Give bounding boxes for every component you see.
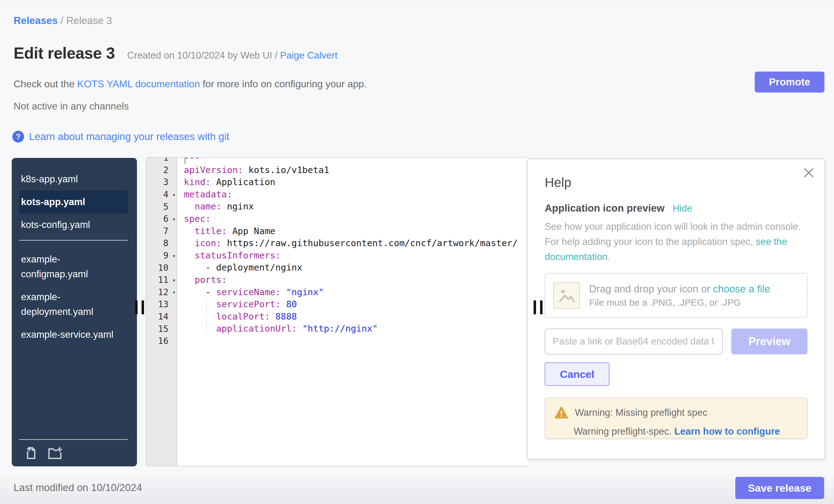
code-text: metadata: — [176, 189, 232, 201]
line-number: 3 — [146, 177, 176, 187]
icon-url-input[interactable] — [545, 328, 723, 354]
configure-link[interactable]: Learn how to configure — [674, 426, 780, 437]
warning-title: Warning: Missing preflight spec — [575, 407, 707, 418]
file-item-kots-config.yaml[interactable]: kots-config.yaml — [19, 214, 128, 236]
icon-preview-title: Application icon preview — [545, 202, 665, 214]
hide-link[interactable]: Hide — [673, 203, 693, 214]
file-group-2: example-configmap.yamlexample-deployment… — [12, 248, 137, 346]
code-line-10: 10 - deployment/nginx — [146, 262, 528, 274]
add-folder-icon[interactable] — [47, 445, 63, 460]
file-item-label: example-configmap.yaml — [21, 254, 88, 280]
file-item-label: example-service.yaml — [21, 329, 113, 340]
code-text: statusInformers: — [176, 249, 281, 262]
page-title: Edit release 3 — [14, 44, 115, 62]
file-item-kots-app.yaml[interactable]: kots-app.yaml — [19, 191, 128, 214]
breadcrumb-releases-link[interactable]: Releases — [14, 15, 58, 26]
code-line-15: 15 applicationUrl: "http://nginx" — [146, 323, 528, 335]
file-tree-sidebar: k8s-app.yamlkots-app.yamlkots-config.yam… — [12, 158, 137, 466]
help-title: Help — [545, 175, 808, 190]
fold-arrow-icon[interactable]: ▾ — [172, 191, 176, 198]
line-number: 6▾ — [146, 214, 176, 224]
kots-yaml-doc-link[interactable]: KOTS YAML documentation — [77, 78, 200, 89]
code-text: - serviceName: "nginx" — [176, 286, 324, 299]
file-item-example-configmap.yaml[interactable]: example-configmap.yaml — [19, 248, 128, 286]
help-resize-handle[interactable] — [533, 301, 543, 314]
created-info: Created on 10/10/2024 by Web UI / Paige … — [127, 50, 337, 61]
doc-prefix: Check out the — [14, 78, 77, 89]
editor-cursor — [184, 158, 185, 164]
file-item-example-service.yaml[interactable]: example-service.yaml — [19, 323, 128, 346]
footer-bar: Last modified on 10/10/2024 Save release — [0, 472, 834, 504]
code-text: name: nginx — [176, 200, 254, 213]
code-text: - deployment/nginx — [176, 262, 302, 274]
code-text: applicationUrl: "http://nginx" — [176, 323, 378, 335]
doc-line: Check out the KOTS YAML documentation fo… — [14, 78, 367, 90]
code-line-13: 13 servicePort: 80 — [146, 298, 528, 311]
code-line-3: 3kind: Application — [146, 176, 528, 189]
breadcrumb: Releases / Release 3 — [14, 15, 112, 26]
line-number: 10 — [146, 263, 176, 273]
title-row: Edit release 3 Created on 10/10/2024 by … — [14, 44, 337, 62]
code-line-14: 14 localPort: 8888 — [146, 311, 528, 323]
preview-button[interactable]: Preview — [731, 328, 808, 354]
line-number: 11▾ — [146, 275, 176, 285]
description-period: . — [607, 251, 610, 262]
code-text: spec: — [176, 213, 211, 225]
warning-detail: Warning preflight-spec. Learn how to con… — [574, 426, 797, 437]
code-text: apiVersion: kots.io/v1beta1 — [176, 164, 329, 176]
file-group-1: k8s-app.yamlkots-app.yamlkots-config.yam… — [12, 168, 137, 236]
line-number: 12▾ — [146, 287, 176, 297]
code-text: --- — [176, 157, 200, 164]
code-line-16: 16 — [146, 335, 528, 347]
line-number: 16 — [146, 336, 176, 346]
fold-arrow-icon[interactable]: ▾ — [172, 277, 176, 283]
code-rows: 1---2apiVersion: kots.io/v1beta13kind: A… — [146, 157, 528, 347]
sidebar-resize-handle[interactable] — [135, 301, 144, 314]
code-line-6: 6▾spec: — [146, 213, 528, 225]
git-help-row[interactable]: ? Learn about managing your releases wit… — [12, 131, 229, 143]
line-number: 1 — [146, 157, 176, 163]
breadcrumb-current: Release 3 — [66, 15, 112, 26]
line-number: 5 — [146, 202, 176, 212]
cancel-button[interactable]: Cancel — [545, 363, 610, 386]
git-help-link[interactable]: Learn about managing your releases with … — [29, 131, 229, 143]
fold-arrow-icon[interactable]: ▾ — [172, 216, 176, 222]
line-number: 15 — [146, 324, 176, 334]
created-text: Created on 10/10/2024 by Web UI / — [127, 50, 280, 61]
file-item-label: k8s-app.yaml — [21, 174, 78, 184]
line-number: 7 — [146, 226, 176, 236]
edit-release-page: Releases / Release 3 Edit release 3 Crea… — [0, 0, 834, 504]
file-item-example-deployment.yaml[interactable]: example-deployment.yaml — [19, 286, 128, 323]
fold-arrow-icon[interactable]: ▾ — [172, 252, 176, 259]
sidebar-footer — [19, 439, 128, 466]
code-text: icon: https://raw.githubusercontent.com/… — [176, 237, 518, 249]
icon-url-row: Preview — [545, 328, 808, 354]
yaml-editor[interactable]: 1---2apiVersion: kots.io/v1beta13kind: A… — [146, 157, 528, 466]
code-text: ports: — [176, 274, 227, 286]
code-line-7: 7 title: App Name — [146, 225, 528, 238]
warning-icon — [554, 406, 568, 419]
close-icon[interactable] — [802, 166, 815, 179]
code-line-1: 1--- — [146, 157, 528, 164]
file-item-label: example-deployment.yaml — [21, 291, 93, 317]
author-link[interactable]: Paige Calvert — [280, 50, 337, 61]
breadcrumb-separator: / — [58, 15, 66, 26]
code-text: servicePort: 80 — [176, 298, 297, 311]
line-number: 2 — [146, 165, 176, 175]
icon-dropzone[interactable]: Drag and drop your icon or choose a file… — [545, 273, 808, 318]
image-placeholder-icon — [553, 282, 580, 309]
dropzone-text-block: Drag and drop your icon or choose a file… — [589, 283, 770, 308]
preflight-warning-box: Warning: Missing preflight spec Warning … — [545, 398, 808, 439]
icon-preview-section-header: Application icon preview Hide — [545, 202, 808, 214]
code-line-2: 2apiVersion: kots.io/v1beta1 — [146, 164, 528, 176]
last-modified-text: Last modified on 10/10/2024 — [14, 482, 142, 494]
choose-file-link[interactable]: choose a file — [713, 283, 770, 294]
file-item-k8s-app.yaml[interactable]: k8s-app.yaml — [19, 168, 128, 191]
fold-arrow-icon[interactable]: ▾ — [172, 289, 176, 295]
promote-button[interactable]: Promote — [755, 71, 825, 92]
code-line-11: 11▾ ports: — [146, 274, 528, 286]
add-file-icon[interactable] — [24, 445, 38, 460]
line-number: 8 — [146, 238, 176, 248]
save-release-button[interactable]: Save release — [735, 477, 824, 499]
code-text: kind: Application — [176, 176, 276, 189]
